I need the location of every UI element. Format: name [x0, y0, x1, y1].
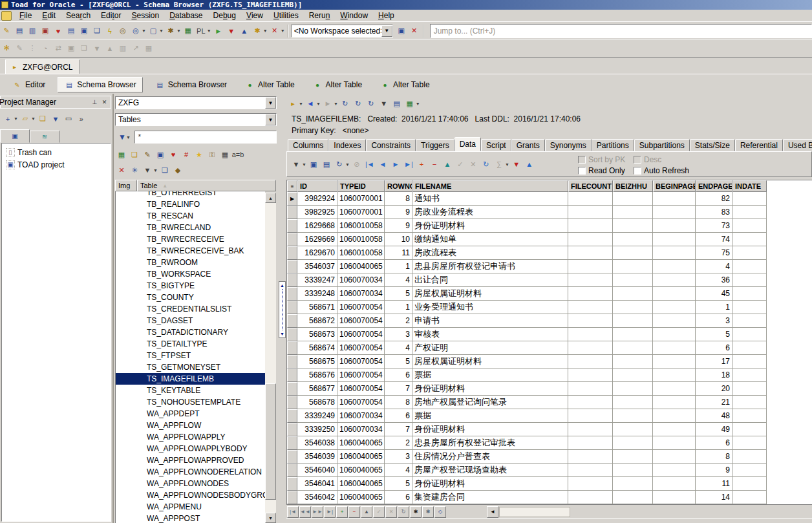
workspace-close-dropdown-icon[interactable]: ▼	[281, 28, 285, 33]
grid-cell[interactable]: 8	[385, 396, 412, 409]
nav-next-icon[interactable]: ►►	[312, 506, 323, 518]
grid-cell[interactable]: 房屋权属证明材料	[412, 287, 568, 301]
pin-icon[interactable]: ⊥	[90, 98, 100, 107]
grid-cell[interactable]	[613, 450, 653, 464]
grid-cell[interactable]	[568, 301, 613, 314]
new-project-icon[interactable]: ❏	[37, 113, 48, 125]
grid-cell[interactable]: 5	[696, 328, 732, 341]
grid-cell[interactable]: 1060070054	[337, 396, 385, 409]
pm-tab-projects[interactable]: ▣	[0, 129, 30, 143]
delete-record-icon[interactable]: −	[429, 158, 440, 170]
grid-cell[interactable]	[653, 396, 696, 409]
tab-partitions[interactable]: Partitions	[592, 139, 634, 151]
table-list-item[interactable]: WA_APPFLOWNODERELATION	[116, 466, 265, 478]
grid-cell[interactable]	[732, 436, 767, 450]
grid-cell[interactable]	[613, 396, 653, 409]
table-list-item[interactable]: TS_COUNTY	[116, 292, 265, 303]
import-data-icon[interactable]: ▲	[524, 158, 535, 170]
column-header-typeid[interactable]: TYPEID	[337, 180, 385, 192]
grid-cell[interactable]: 缴纳通知单	[412, 233, 568, 246]
grid-cell[interactable]	[613, 477, 653, 491]
row-selector[interactable]	[287, 436, 297, 450]
grid-cell[interactable]	[653, 233, 696, 246]
grid-cell[interactable]: 48	[696, 409, 732, 423]
calculator-icon[interactable]: ▦	[219, 149, 231, 160]
nav-edit-icon[interactable]: ▲	[361, 506, 372, 518]
object-search-icon[interactable]: ◎	[130, 25, 142, 37]
refresh-single-icon[interactable]: ↻	[352, 98, 364, 109]
doc-save-icon[interactable]: ▼	[91, 43, 103, 54]
grid-cell[interactable]: 82	[696, 192, 732, 206]
menu-item-utilities[interactable]: Utilities	[268, 10, 304, 21]
sql-monitor-icon[interactable]: ♥	[52, 25, 64, 37]
grid-cell[interactable]: 3982925	[297, 206, 337, 219]
column-header-filecount[interactable]: FILECOUNT	[568, 180, 613, 192]
grid-cell[interactable]: 身份证明材料	[412, 477, 568, 491]
row-selector[interactable]	[287, 219, 297, 233]
tab-referential[interactable]: Referential	[735, 139, 783, 151]
grid-cell[interactable]	[613, 192, 653, 206]
open-file-icon[interactable]: ▥	[27, 25, 38, 37]
grid-cell[interactable]: 产权证明	[412, 341, 568, 355]
table-list-item[interactable]: TS_BIGTYPE	[116, 280, 265, 292]
grid-cell[interactable]	[732, 396, 767, 409]
grid-cell[interactable]	[653, 301, 696, 314]
grid-cell[interactable]: 出让合同	[412, 273, 568, 287]
grid-cell[interactable]	[568, 477, 613, 491]
grid-cell[interactable]	[568, 206, 613, 219]
scrollbar-thumb[interactable]	[265, 383, 276, 500]
table-list-item[interactable]: TS_KEYTABLE	[116, 385, 265, 396]
table-row[interactable]: 1629670106001005811房政流程表75	[287, 246, 812, 260]
grid-cell[interactable]	[732, 491, 767, 504]
grid-cell[interactable]	[613, 355, 653, 368]
doc-tab-alter-table[interactable]: ●Alter Table	[307, 77, 368, 92]
nav-filter-clear-icon[interactable]: ◇	[434, 506, 446, 518]
grid-cell[interactable]	[568, 355, 613, 368]
row-selector[interactable]	[287, 491, 297, 504]
menu-item-window[interactable]: Window	[335, 10, 373, 21]
grid-cell[interactable]	[568, 450, 613, 464]
grid-cell[interactable]: 业务受理通知书	[412, 301, 568, 314]
connection-dropdown-icon[interactable]: ▼	[299, 101, 303, 106]
grid-cell[interactable]: 申请书	[412, 314, 568, 328]
doc-saveall-icon[interactable]: ▥	[117, 43, 129, 54]
doc-tab-editor[interactable]: ✎Editor	[6, 77, 51, 92]
table-list-item[interactable]: WA_APPFLOWNODESBODYGROUP	[116, 489, 265, 501]
compare-icon[interactable]: ⇄	[52, 43, 64, 54]
count-rows-icon[interactable]: #	[180, 149, 192, 160]
grid-cell[interactable]: 2	[385, 436, 412, 450]
filter-icon[interactable]: ▼	[142, 164, 153, 176]
grid-cell[interactable]	[613, 246, 653, 260]
grid-cell[interactable]: 6	[696, 341, 732, 355]
grid-cell[interactable]	[653, 314, 696, 328]
grid-cell[interactable]	[732, 355, 767, 368]
grid-cell[interactable]: 房屋权属证明材料	[412, 355, 568, 368]
back-icon[interactable]: ◄	[304, 98, 316, 109]
hscroll-left-icon[interactable]: ◄	[487, 506, 498, 518]
execute-icon[interactable]: ϟ	[104, 25, 116, 37]
table-row[interactable]: 333924910600700346票据48	[287, 409, 812, 423]
table-row[interactable]: 354604110600400655身份证明材料11	[287, 477, 812, 491]
grid-cell[interactable]: 5	[385, 477, 412, 491]
grid-cell[interactable]	[732, 233, 767, 246]
table-row[interactable]: 398292510600700019房政业务流程表83	[287, 206, 812, 219]
grid-cell[interactable]: 身份证明材料	[412, 382, 568, 396]
grid-cell[interactable]: 568678	[297, 396, 337, 409]
options-icon[interactable]: ▤	[391, 98, 403, 109]
menu-item-rerun[interactable]: Rerun	[304, 10, 336, 21]
grid-cell[interactable]	[653, 341, 696, 355]
grid-cell[interactable]	[568, 219, 613, 233]
table-list-item[interactable]: TS_GETMONEYSET	[116, 361, 265, 373]
panel-splitter[interactable]: ▲ ▼	[278, 94, 286, 523]
grid-cell[interactable]: 忠县房屋所有权登记申请书	[412, 260, 568, 273]
table-list-item[interactable]: WA_APPMENU	[116, 501, 265, 513]
grid-cell[interactable]: 568671	[297, 301, 337, 314]
grid-cell[interactable]	[568, 368, 613, 382]
back-dropdown-icon[interactable]: ▼	[316, 101, 321, 106]
grid-cell[interactable]: 6	[696, 436, 732, 450]
row-selector[interactable]	[287, 423, 297, 436]
schema-browser-icon[interactable]: ▤	[14, 25, 25, 37]
grid-cell[interactable]	[568, 396, 613, 409]
grid-cell[interactable]: 1	[385, 260, 412, 273]
truncate-icon[interactable]: ◆	[172, 164, 184, 176]
